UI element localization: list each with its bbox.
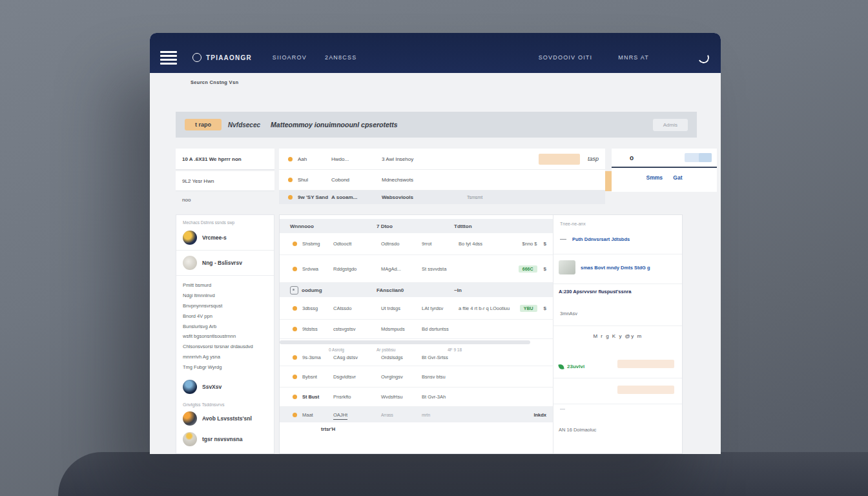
- bullet-dot-icon: [293, 355, 297, 360]
- menu-icon[interactable]: [160, 51, 177, 65]
- avatar: [183, 256, 197, 270]
- quick-card-2[interactable]: 9L2 Yesr Hwn: [176, 171, 274, 191]
- table-row[interactable]: St Bust Pnsrkfto Wvdsfrtsu Bt Gvr-3Ah: [280, 388, 553, 407]
- column-header: Tdttton: [454, 223, 553, 229]
- column-header: ~In: [454, 287, 553, 293]
- currency-icon[interactable]: $: [544, 241, 546, 247]
- table-header-row: oodumg FAnsclian0 ~In: [280, 283, 553, 297]
- sidebar-link[interactable]: Pmitt bsmurd: [183, 280, 267, 291]
- sidebar-profile-2[interactable]: Nng - Bslisvrsv: [183, 253, 267, 273]
- cell: 9tdstss: [302, 326, 333, 332]
- row-value: YBU $: [520, 305, 546, 312]
- table-row[interactable]: 9s-3sma CAsg dstsv Ordslsdgs Bt Gvr-Srts…: [280, 352, 553, 366]
- nav-item-1[interactable]: SIIOAROV: [273, 54, 307, 61]
- sidebar-link-list: Pmitt bsmurd Ndgi ltmnnlnvd Bnvpnynnsvrs…: [183, 280, 267, 372]
- table-row[interactable]: 9tdstss cstsvgstsv Mdsmpuds Bd dsrtuntss: [280, 320, 553, 339]
- table-row[interactable]: Bybsnt Dsgvldtsvr Ovrglngsv Bsnsv btsu: [280, 366, 553, 388]
- sidebar-link[interactable]: Tmg Fubgr Wyrdg: [183, 362, 267, 372]
- panel-center-text: M r g K y @y m: [553, 333, 682, 339]
- summary-cell: A sooam...: [331, 194, 382, 200]
- summary-row[interactable]: 9w 'SY Sand A sooam... Wabsoviools Tsmsm…: [279, 191, 605, 204]
- summary-cell: Wabsoviools: [382, 194, 459, 200]
- table-row[interactable]: Srdvwa Rddgstgdo MAgAd... St ssvvdsta 66…: [280, 255, 553, 283]
- bullet-dot-icon: [293, 242, 297, 246]
- cell: LAt tyrdsv: [422, 305, 459, 311]
- sidebar-link[interactable]: wsfit bgsonsntlsoustrnnn: [183, 331, 267, 342]
- cell: Wvdsfrtsu: [381, 394, 422, 400]
- table-row[interactable]: 3dbssg CAtssdo Ut trdsgs LAt tyrdsv a ft…: [280, 297, 553, 320]
- panel-link[interactable]: Puth Ddnvsrsart Jdtsbds: [572, 236, 630, 242]
- mini-panel-links: Smms Gat: [612, 174, 717, 181]
- brand-name: TPIAAONGR: [206, 54, 252, 61]
- sub-label: 4F 9 18: [448, 347, 553, 352]
- leaf-icon: [558, 364, 564, 369]
- cell: CAsg dstsv: [333, 355, 381, 360]
- currency-icon[interactable]: $: [544, 266, 546, 272]
- divider: [176, 275, 274, 276]
- cell: OAJHt: [333, 412, 381, 418]
- cell: Ordslsdgs: [381, 355, 422, 360]
- nav-right-item-2[interactable]: MNRS AT: [618, 54, 649, 61]
- cell: Bt Gvr-Srtss: [422, 355, 546, 360]
- sidebar-link[interactable]: Chlsonsvsorsi tsrsnar drdausdvd: [183, 342, 267, 352]
- summary-row[interactable]: Aah Hwdo... 3 Awl Insehoy tasp: [279, 149, 605, 170]
- brand[interactable]: TPIAAONGR: [192, 53, 252, 62]
- mini-panel-link-2[interactable]: Gat: [673, 174, 682, 181]
- sidebar-profile-4[interactable]: Avob Lsvsststs'snl: [183, 408, 267, 429]
- summary-cell: Shul: [298, 177, 331, 183]
- bullet-dot-icon: [293, 375, 297, 379]
- sidebar-profile-3[interactable]: SsvXsv: [183, 377, 267, 397]
- table-row[interactable]: Shsbmg Odtooctt Odtnsdo 9rrot Bo tyt 4ds…: [280, 233, 553, 255]
- divider: [176, 250, 274, 251]
- accent-bar: [605, 171, 612, 191]
- quick-card-1[interactable]: 10 A .6X31 We hprrr non: [176, 149, 274, 170]
- page-title: Matteommoy ionuimnoounl cpserotetts: [271, 121, 398, 129]
- sidebar-link[interactable]: Ndgi ltmnnlnvd: [183, 291, 267, 301]
- cell: St ssvvdsta: [422, 266, 519, 272]
- profile-label: Avob Lsvsststs'snl: [202, 415, 252, 422]
- page-header-banner: t rapo Nvfdsecec Matteommoy ionuimnoounl…: [176, 112, 697, 138]
- table-row[interactable]: Maat OAJHt Arrass mrtn Inkdx: [280, 407, 553, 422]
- currency-icon[interactable]: $: [544, 305, 546, 311]
- highlight-pill: [539, 154, 580, 165]
- cell: Maat: [302, 412, 333, 418]
- bullet-dot-icon: [293, 395, 297, 399]
- cell: St Bust: [302, 394, 333, 400]
- summary-row[interactable]: Shul Cobond Mdnechswots: [279, 170, 605, 191]
- underlined-value[interactable]: OAJHt: [333, 412, 347, 420]
- sidebar-profile-1[interactable]: Vrcmee-s: [183, 227, 267, 248]
- divider: [553, 378, 682, 378]
- placeholder-bar: [617, 360, 674, 368]
- row-value: Inkdx: [533, 412, 546, 418]
- thumbnail-image: [559, 260, 575, 274]
- nav-item-2[interactable]: 2AN8CSS: [325, 54, 356, 61]
- panel-green-row[interactable]: 23uvlvi: [559, 364, 584, 369]
- mini-panel-link-1[interactable]: Smms: [646, 174, 663, 181]
- summary-rows: Aah Hwdo... 3 Awl Insehoy tasp Shul Cobo…: [279, 149, 605, 204]
- mini-panel-badge[interactable]: [685, 153, 712, 162]
- panel-link[interactable]: smas Bovt mndy Dmts StdG g: [581, 265, 650, 271]
- right-panel-link-row[interactable]: smas Bovt mndy Dmts StdG g: [559, 260, 650, 274]
- sidebar-link[interactable]: mnnrrivh Ag ysna: [183, 351, 267, 362]
- sidebar-link[interactable]: Bnord 4V ppn: [183, 311, 267, 321]
- quick-card-3[interactable]: noo: [176, 193, 274, 207]
- cell: 9rrot: [422, 241, 459, 247]
- right-panel-link-row[interactable]: Puth Ddnvsrsart Jdtsbds: [560, 236, 630, 242]
- cell: Bybsnt: [302, 374, 333, 380]
- sidebar-link[interactable]: Bnvpnynnsvrsqust: [183, 301, 267, 311]
- cell: Odtooctt: [333, 241, 381, 247]
- bullet-dot-icon: [293, 267, 297, 271]
- sidebar-profile-5[interactable]: tgsr nsvsvnsna: [183, 429, 267, 450]
- cell: Bd dsrtuntss: [422, 326, 546, 332]
- nav-right-item-1[interactable]: SOVDOOIV OITI: [539, 54, 593, 61]
- cell: Bsnsv btsu: [422, 374, 546, 380]
- bullet-dot-icon: [293, 327, 297, 331]
- banner-action-button[interactable]: Admis: [653, 119, 688, 131]
- summary-cell: 9w 'SY Sand: [298, 194, 331, 200]
- sidebar-link[interactable]: Bunslurlsvg Arb: [183, 321, 267, 331]
- top-navbar: TPIAAONGR SIIOAROV 2AN8CSS SOVDOOIV OITI…: [150, 33, 721, 73]
- section-icon: [290, 286, 298, 294]
- banner-label: Nvfdsecec: [228, 121, 260, 129]
- dash-icon: [560, 239, 566, 240]
- cell: Srdvwa: [302, 266, 333, 272]
